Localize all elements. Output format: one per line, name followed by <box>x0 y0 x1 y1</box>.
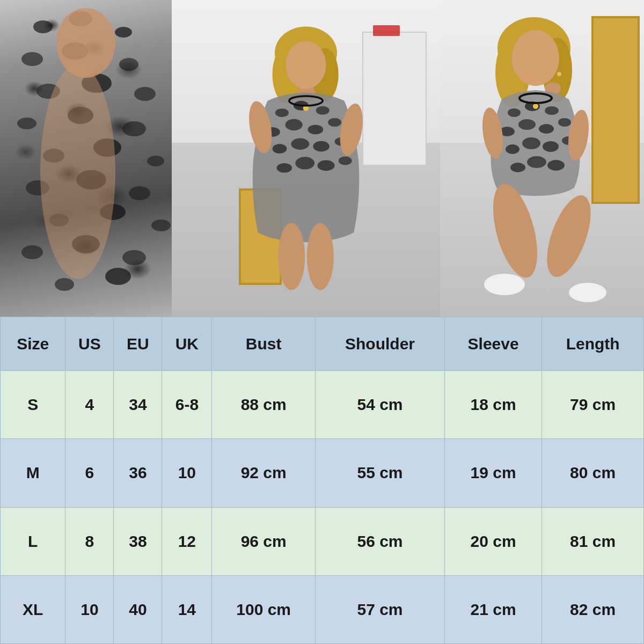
cell-length: 81 cm <box>542 507 644 575</box>
svg-point-78 <box>569 283 606 302</box>
cell-eu: 38 <box>114 507 162 575</box>
svg-point-38 <box>308 125 324 135</box>
svg-point-32 <box>286 41 326 89</box>
size-table: Size US EU UK Bust Shoulder Sleeve Lengt… <box>0 317 644 644</box>
cell-size: L <box>1 507 65 575</box>
col-us: US <box>65 317 114 371</box>
photo-section <box>0 0 644 317</box>
cell-sleeve: 19 cm <box>444 439 541 507</box>
svg-point-47 <box>339 156 352 165</box>
svg-point-50 <box>278 223 305 290</box>
svg-point-72 <box>547 160 565 171</box>
table-row: M6361092 cm55 cm19 cm80 cm <box>1 439 644 507</box>
svg-point-33 <box>275 108 289 117</box>
photo-right <box>440 0 644 317</box>
svg-point-57 <box>512 30 559 86</box>
cell-size: M <box>1 439 65 507</box>
cell-us: 10 <box>65 575 114 643</box>
page-container: Size US EU UK Bust Shoulder Sleeve Lengt… <box>0 0 644 644</box>
col-sleeve: Sleeve <box>444 317 541 371</box>
table-header-row: Size US EU UK Bust Shoulder Sleeve Lengt… <box>1 317 644 371</box>
svg-point-42 <box>313 141 329 152</box>
cell-uk: 14 <box>162 575 212 643</box>
cell-shoulder: 54 cm <box>316 371 445 439</box>
cell-uk: 10 <box>162 439 212 507</box>
svg-point-66 <box>506 144 519 154</box>
cell-eu: 34 <box>114 371 162 439</box>
svg-point-44 <box>277 163 292 173</box>
table-row: S4346-888 cm54 cm18 cm79 cm <box>1 371 644 439</box>
svg-point-41 <box>291 138 309 150</box>
col-bust: Bust <box>212 317 316 371</box>
table-row: XL104014100 cm57 cm21 cm82 cm <box>1 575 644 643</box>
col-shoulder: Shoulder <box>316 317 445 371</box>
cell-length: 82 cm <box>542 575 644 643</box>
svg-point-51 <box>307 223 334 290</box>
svg-point-65 <box>558 118 571 127</box>
svg-point-61 <box>545 106 559 115</box>
cell-bust: 96 cm <box>212 507 316 575</box>
cell-sleeve: 21 cm <box>444 575 541 643</box>
cell-bust: 100 cm <box>212 575 316 643</box>
cell-uk: 6-8 <box>162 371 212 439</box>
svg-point-77 <box>484 274 525 295</box>
col-uk: UK <box>162 317 212 371</box>
svg-point-59 <box>508 108 521 117</box>
cell-length: 79 cm <box>542 371 644 439</box>
col-size: Size <box>1 317 65 371</box>
col-length: Length <box>542 317 644 371</box>
cell-size: XL <box>1 575 65 643</box>
cell-us: 4 <box>65 371 114 439</box>
table-row: L8381296 cm56 cm20 cm81 cm <box>1 507 644 575</box>
cell-sleeve: 20 cm <box>444 507 541 575</box>
svg-point-70 <box>510 163 525 172</box>
svg-point-79 <box>533 104 538 109</box>
cell-size: S <box>1 371 65 439</box>
svg-point-67 <box>522 137 540 149</box>
svg-point-35 <box>316 106 330 115</box>
cell-us: 6 <box>65 439 114 507</box>
cell-eu: 36 <box>114 439 162 507</box>
svg-point-64 <box>539 124 554 134</box>
svg-point-71 <box>527 156 546 168</box>
svg-point-63 <box>518 119 536 130</box>
cell-us: 8 <box>65 507 114 575</box>
cell-bust: 88 cm <box>212 371 316 439</box>
svg-point-39 <box>328 118 341 127</box>
svg-point-76 <box>538 190 600 282</box>
photo-center <box>172 0 440 317</box>
size-chart-section: Size US EU UK Bust Shoulder Sleeve Lengt… <box>0 317 644 644</box>
svg-point-40 <box>273 144 287 153</box>
cell-shoulder: 55 cm <box>316 439 445 507</box>
svg-point-45 <box>295 157 314 169</box>
cell-eu: 40 <box>114 575 162 643</box>
svg-point-37 <box>286 119 303 130</box>
svg-point-46 <box>317 160 334 171</box>
svg-point-81 <box>557 72 561 76</box>
cell-length: 80 cm <box>542 439 644 507</box>
svg-point-68 <box>543 141 559 152</box>
col-eu: EU <box>114 317 162 371</box>
cell-uk: 12 <box>162 507 212 575</box>
cell-bust: 92 cm <box>212 439 316 507</box>
cell-shoulder: 56 cm <box>316 507 445 575</box>
cell-shoulder: 57 cm <box>316 575 445 643</box>
photo-left <box>0 0 172 317</box>
cell-sleeve: 18 cm <box>444 371 541 439</box>
